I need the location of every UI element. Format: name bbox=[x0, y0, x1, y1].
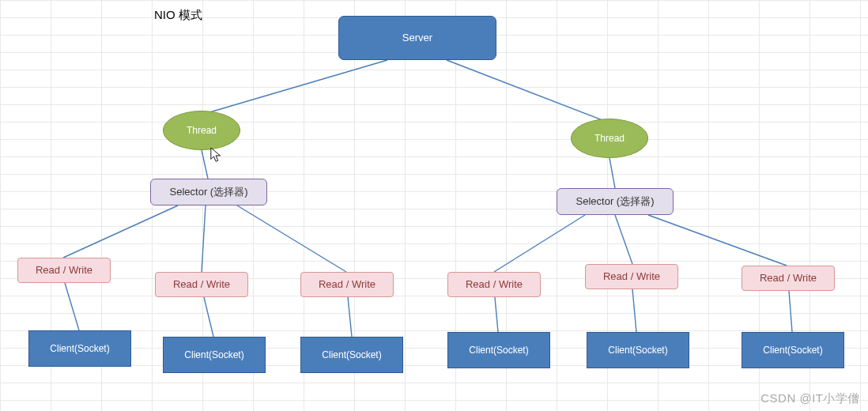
svg-line-13 bbox=[495, 297, 498, 332]
watermark-text: CSDN @IT小学僧 bbox=[760, 391, 860, 406]
client-node-6: Client(Socket) bbox=[742, 332, 844, 368]
svg-line-5 bbox=[202, 206, 206, 272]
client-label: Client(Socket) bbox=[763, 345, 822, 356]
readwrite-label: Read / Write bbox=[603, 270, 660, 283]
readwrite-node-5: Read / Write bbox=[585, 264, 678, 289]
thread-node-1: Thread bbox=[163, 111, 240, 150]
client-label: Client(Socket) bbox=[322, 349, 381, 360]
server-node: Server bbox=[338, 16, 496, 60]
client-node-4: Client(Socket) bbox=[447, 332, 550, 368]
readwrite-label: Read / Write bbox=[36, 264, 92, 277]
svg-line-8 bbox=[615, 215, 632, 264]
svg-line-14 bbox=[632, 289, 636, 332]
readwrite-node-6: Read / Write bbox=[742, 266, 835, 291]
svg-line-6 bbox=[237, 206, 346, 272]
selector-node-2: Selector (选择器) bbox=[557, 188, 674, 215]
client-label: Client(Socket) bbox=[50, 343, 109, 354]
svg-line-9 bbox=[648, 215, 787, 266]
svg-line-1 bbox=[447, 60, 609, 123]
svg-line-15 bbox=[789, 291, 792, 332]
readwrite-label: Read / Write bbox=[760, 272, 817, 285]
svg-line-7 bbox=[494, 215, 585, 272]
svg-line-4 bbox=[63, 206, 178, 258]
diagram-title: NIO 模式 bbox=[154, 8, 202, 23]
readwrite-node-3: Read / Write bbox=[300, 272, 394, 297]
client-node-2: Client(Socket) bbox=[163, 337, 266, 373]
svg-line-11 bbox=[204, 297, 213, 337]
selector-label: Selector (选择器) bbox=[170, 186, 248, 198]
client-node-1: Client(Socket) bbox=[28, 330, 131, 367]
thread-label: Thread bbox=[187, 125, 217, 136]
svg-line-2 bbox=[202, 150, 208, 179]
svg-line-3 bbox=[609, 158, 615, 188]
readwrite-label: Read / Write bbox=[466, 278, 523, 291]
svg-line-12 bbox=[348, 297, 352, 337]
readwrite-label: Read / Write bbox=[319, 278, 376, 291]
server-label: Server bbox=[402, 32, 432, 44]
client-label: Client(Socket) bbox=[469, 345, 528, 356]
svg-line-10 bbox=[65, 283, 79, 330]
readwrite-node-4: Read / Write bbox=[447, 272, 541, 297]
client-label: Client(Socket) bbox=[608, 345, 667, 356]
client-node-3: Client(Socket) bbox=[300, 337, 403, 373]
client-node-5: Client(Socket) bbox=[587, 332, 689, 368]
svg-line-0 bbox=[202, 60, 387, 115]
client-label: Client(Socket) bbox=[184, 349, 243, 360]
thread-node-2: Thread bbox=[571, 119, 648, 158]
thread-label: Thread bbox=[594, 133, 625, 144]
readwrite-label: Read / Write bbox=[173, 278, 230, 291]
selector-label: Selector (选择器) bbox=[576, 195, 655, 208]
readwrite-node-2: Read / Write bbox=[155, 272, 248, 297]
selector-node-1: Selector (选择器) bbox=[150, 179, 267, 206]
readwrite-node-1: Read / Write bbox=[17, 258, 111, 283]
